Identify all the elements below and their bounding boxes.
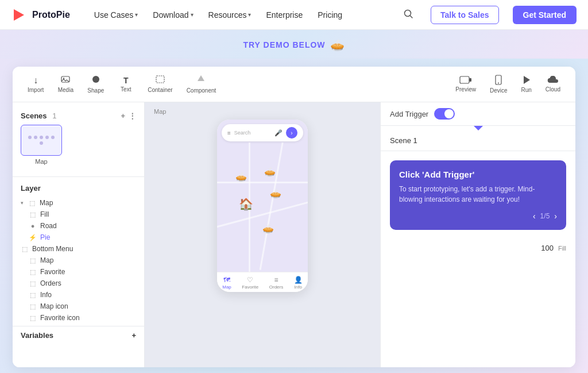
circle-icon: ● — [29, 222, 37, 229]
layer-item-map[interactable]: ▾ ⬚ Map — [13, 197, 144, 209]
hero-emoji: 🥧 — [330, 38, 345, 52]
tooltip-title: Click 'Add Trigger' — [399, 170, 557, 179]
tooltip-prev-button[interactable]: ‹ — [533, 212, 536, 221]
divider — [13, 176, 144, 177]
svg-marker-0 — [14, 9, 24, 21]
canvas-label: Map — [154, 108, 166, 115]
map-pin-3: 🥧 — [270, 188, 281, 199]
layer-item-pie[interactable]: ⚡ Pie — [13, 232, 144, 243]
map-pin-1: 🥧 — [235, 171, 247, 182]
trigger-toggle[interactable] — [434, 108, 455, 120]
tool-media[interactable]: Media — [52, 72, 79, 97]
trigger-bar-wrapper: Add Trigger — [381, 102, 575, 130]
nav-item-pricing[interactable]: Pricing — [312, 7, 348, 23]
tooltip-popup: Click 'Add Trigger' To start prototyping… — [390, 160, 566, 230]
orders-icon: ≡ — [274, 276, 278, 284]
phone-mockup: ≡ Search 🎤 › 🥧 — [217, 120, 308, 292]
phone-bottom-nav: 🗺 Map ♡ Favorite ≡ Orders 👤 — [217, 272, 308, 292]
phone-nav-map[interactable]: 🗺 Map — [222, 276, 231, 290]
scene-thumb-area: Map — [13, 125, 144, 174]
tool-container[interactable]: Container — [142, 72, 178, 97]
layer-item-fill[interactable]: ⬚ Fill — [13, 209, 144, 220]
scene-thumb-image — [21, 125, 62, 156]
layer-item-favorite-icon[interactable]: ⬚ Favorite icon — [13, 312, 144, 324]
tool-text[interactable]: T Text — [112, 72, 140, 96]
frame-icon: ⬚ — [29, 280, 37, 287]
map-pin-2: 🥧 — [264, 166, 276, 177]
phone-nav-info[interactable]: 👤 Info — [294, 276, 303, 290]
scene-view-icon[interactable]: ⋮ — [129, 111, 136, 120]
nav-item-resources[interactable]: Resources ▾ — [203, 7, 257, 23]
phone-map-area: ≡ Search 🎤 › 🥧 — [217, 120, 308, 272]
container-icon — [156, 75, 165, 86]
add-variable-icon[interactable]: + — [131, 331, 136, 340]
fill-label: Fill — [558, 245, 566, 252]
shape-icon — [91, 75, 100, 86]
map-nav-icon: 🗺 — [223, 276, 230, 284]
sidebar: Scenes 1 + ⋮ — [13, 102, 145, 367]
map-grid: 🥧 🥧 🏠 🥧 🥧 — [217, 143, 308, 272]
logo-text: ProtoPie — [32, 10, 70, 20]
tooltip-next-button[interactable]: › — [554, 212, 557, 221]
frame-icon: ⬚ — [29, 303, 37, 310]
frame-icon: ⬚ — [21, 245, 29, 253]
search-icon[interactable] — [400, 5, 417, 25]
logo[interactable]: ProtoPie — [11, 7, 70, 23]
add-trigger-button[interactable]: Add Trigger — [390, 110, 428, 118]
nav-item-use-cases[interactable]: Use Cases ▾ — [88, 7, 144, 23]
layer-item-bottom-menu[interactable]: ⬚ Bottom Menu — [13, 243, 144, 255]
chevron-down-icon: ▾ — [21, 200, 24, 206]
layer-item-orders[interactable]: ⬚ Orders — [13, 278, 144, 289]
right-panel: Add Trigger Scene 1 Click 'Add Trigger' … — [380, 102, 575, 367]
toggle-knob — [444, 109, 454, 118]
frame-icon: ⬚ — [29, 257, 37, 264]
nav-item-download[interactable]: Download ▾ — [147, 7, 199, 23]
map-pin-4: 🥧 — [262, 223, 274, 234]
svg-point-1 — [404, 10, 411, 16]
scene-thumb[interactable]: Map — [21, 125, 62, 165]
svg-rect-6 — [156, 76, 164, 83]
phone-nav-favorite[interactable]: ♡ Favorite — [242, 276, 258, 290]
chevron-down-icon: ▾ — [248, 11, 251, 18]
search-button[interactable]: › — [286, 127, 297, 139]
nav-item-enterprise[interactable]: Enterprise — [260, 7, 308, 23]
layer-item-road[interactable]: ● Road — [13, 220, 144, 232]
canvas-area: Map ≡ Search 🎤 › — [145, 102, 380, 367]
svg-point-5 — [92, 76, 99, 83]
svg-rect-8 — [469, 78, 471, 82]
svg-marker-11 — [524, 76, 530, 84]
add-scene-icon[interactable]: + — [121, 111, 125, 120]
tool-cloud[interactable]: Cloud — [540, 72, 566, 96]
tool-run[interactable]: Run — [516, 72, 537, 97]
fill-number: 100 — [541, 244, 554, 252]
tool-component[interactable]: Component — [181, 71, 222, 97]
variables-header: Variables + — [13, 326, 144, 342]
text-icon: T — [123, 76, 129, 85]
tooltip-nav: ‹ 1/5 › — [533, 212, 557, 221]
talk-to-sales-button[interactable]: Talk to Sales — [431, 6, 499, 24]
scenes-section-header: Scenes 1 + ⋮ — [13, 109, 144, 125]
tool-device[interactable]: Device — [484, 71, 513, 97]
search-placeholder: Search — [234, 130, 271, 136]
svg-point-10 — [498, 83, 499, 84]
layer-item-map-icon[interactable]: ⬚ Map icon — [13, 301, 144, 312]
scene-label: Scene 1 — [381, 130, 575, 151]
layer-item-favorite[interactable]: ⬚ Favorite — [13, 266, 144, 278]
frame-icon: ⬚ — [29, 314, 37, 322]
svg-rect-7 — [460, 76, 469, 83]
person-icon: 👤 — [294, 276, 303, 284]
tool-preview[interactable]: Preview — [450, 72, 482, 96]
tool-shape[interactable]: Shape — [82, 71, 110, 97]
chevron-down-icon: ▾ — [191, 11, 194, 18]
map-pin-main: 🏠 — [239, 197, 253, 211]
layer-item-info[interactable]: ⬚ Info — [13, 289, 144, 301]
tool-import[interactable]: ↓ Import — [22, 72, 49, 97]
toolbar: ↓ Import Media Shape T Text — [13, 67, 575, 102]
frame-icon: ⬚ — [29, 291, 37, 299]
layer-item-map2[interactable]: ⬚ Map — [13, 255, 144, 266]
navbar: ProtoPie Use Cases ▾ Download ▾ Resource… — [0, 0, 588, 30]
phone-nav-orders[interactable]: ≡ Orders — [269, 276, 283, 290]
get-started-button[interactable]: Get Started — [513, 6, 577, 24]
protopie-logo-icon — [11, 7, 28, 23]
nav-items: Use Cases ▾ Download ▾ Resources ▾ Enter… — [88, 7, 348, 23]
